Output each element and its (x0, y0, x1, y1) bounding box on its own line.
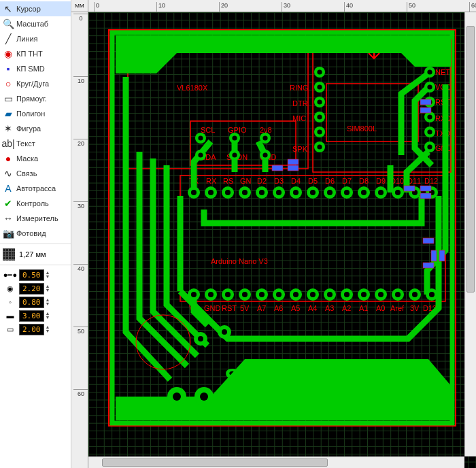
svg-point-62 (208, 190, 214, 195)
svg-rect-157 (288, 159, 299, 165)
svg-text:D9: D9 (376, 177, 386, 185)
svg-point-94 (225, 292, 231, 297)
param-pad-outer[interactable]: ◉2.20▲▼ (0, 282, 71, 295)
svg-point-100 (276, 292, 282, 297)
tool-rect[interactable]: ▭Прямоуг. (0, 91, 71, 106)
tool-measure[interactable]: ↔Измеритель (0, 211, 71, 226)
param-value: 2.20 (19, 283, 44, 295)
svg-text:D8: D8 (359, 177, 369, 185)
stepper-arrows[interactable]: ▲▼ (46, 284, 50, 292)
svg-point-90 (191, 292, 197, 297)
vertical-ruler: 0102030405060 (71, 12, 88, 468)
tool-photo[interactable]: 📷Фотовид (0, 226, 71, 241)
svg-text:GND: GND (204, 304, 221, 312)
horizontal-ruler: 0102030405060 (88, 0, 476, 12)
tool-label: КП THT (16, 50, 43, 58)
zoom-icon: 🔍 (3, 18, 14, 29)
tool-pad-smd[interactable]: ▪КП SMD (0, 61, 71, 76)
polygon-icon: ▰ (3, 108, 14, 119)
vl6180x-label: VL6180X (177, 84, 208, 92)
pcb-view[interactable]: VL6180X SIM800L Arduino Nano V3 SafBOARD… (88, 12, 476, 468)
tool-zoom[interactable]: 🔍Масштаб (0, 16, 71, 31)
tool-mask[interactable]: ●Маска (0, 151, 71, 166)
svg-point-78 (344, 190, 350, 195)
svg-point-60 (191, 190, 197, 195)
svg-point-110 (361, 292, 367, 297)
tool-pad-tht[interactable]: ◉КП THT (0, 46, 71, 61)
tool-check[interactable]: ✔Контроль (0, 196, 71, 211)
svg-rect-163 (423, 238, 434, 244)
svg-text:A2: A2 (342, 304, 351, 312)
tool-autoroute[interactable]: AАвтотрасса (0, 181, 71, 196)
svg-point-140 (317, 129, 322, 134)
measure-icon: ↔ (3, 213, 14, 224)
tool-cursor[interactable]: ↖Курсор (0, 1, 71, 16)
autoroute-icon: A (3, 183, 14, 194)
svg-text:DTR: DTR (292, 99, 308, 107)
svg-text:A7: A7 (257, 304, 266, 312)
tool-circle[interactable]: ○Круг/Дуга (0, 76, 71, 91)
svg-text:D7: D7 (342, 177, 352, 185)
svg-point-96 (242, 292, 248, 297)
svg-text:RING: RING (290, 84, 309, 92)
tool-polygon[interactable]: ▰Полигон (0, 106, 71, 121)
vertical-scrollbar[interactable] (464, 12, 476, 456)
svg-text:D6: D6 (325, 177, 335, 185)
svg-point-142 (317, 144, 322, 149)
pad-smd-icon: ▪ (3, 63, 14, 74)
svg-text:3V: 3V (410, 304, 420, 312)
svg-point-146 (232, 135, 237, 140)
stepper-arrows[interactable]: ▲▼ (46, 271, 50, 279)
tool-label: Курсор (16, 5, 41, 13)
tool-label: Контроль (16, 199, 49, 207)
stepper-arrows[interactable]: ▲▼ (46, 298, 50, 306)
svg-rect-162 (420, 193, 431, 199)
svg-point-76 (327, 190, 333, 195)
param-pad-inner[interactable]: ◦0.80▲▼ (0, 295, 71, 309)
svg-point-170 (200, 392, 208, 401)
cursor-icon: ↖ (3, 3, 14, 14)
param-rect-h[interactable]: ▭2.00▲▼ (0, 322, 71, 336)
svg-point-130 (427, 144, 432, 149)
svg-text:GPIO: GPIO (228, 126, 247, 134)
svg-point-126 (427, 114, 432, 119)
svg-text:D5: D5 (308, 177, 318, 185)
svg-point-122 (427, 84, 432, 89)
stepper-arrows[interactable]: ▲▼ (46, 312, 50, 320)
param-track-width[interactable]: ●━●0.50▲▼ (0, 268, 71, 282)
svg-point-116 (412, 292, 418, 297)
tool-label: Маска (16, 154, 38, 163)
svg-point-84 (395, 190, 401, 195)
stepper-arrows[interactable]: ▲▼ (46, 325, 50, 333)
tool-label: Фигура (16, 124, 41, 133)
shape-icon: ✶ (3, 123, 14, 134)
tool-label: Линия (16, 35, 38, 43)
svg-point-112 (378, 292, 384, 297)
svg-point-148 (262, 135, 267, 140)
svg-text:RX: RX (206, 177, 217, 185)
grid-size-row[interactable]: 1,27 мм (0, 247, 71, 262)
tool-text[interactable]: ab|Текст (0, 136, 71, 151)
tool-label: Измеритель (16, 214, 58, 222)
tool-shape[interactable]: ✶Фигура (0, 121, 71, 136)
svg-text:A1: A1 (359, 304, 368, 312)
tool-sidebar: ↖Курсор🔍Масштаб╱Линия◉КП THT▪КП SMD○Круг… (0, 0, 71, 468)
tool-connection[interactable]: ∿Связь (0, 166, 71, 181)
svg-rect-164 (423, 263, 434, 268)
tool-line[interactable]: ╱Линия (0, 31, 71, 46)
svg-point-70 (276, 190, 282, 195)
tool-label: Масштаб (16, 20, 48, 28)
track-width-icon: ●━● (3, 269, 18, 280)
svg-text:RS: RS (223, 177, 233, 185)
rect-h-icon: ▭ (3, 324, 18, 335)
check-icon: ✔ (3, 198, 14, 209)
horizontal-scrollbar[interactable] (88, 456, 464, 468)
svg-text:D12: D12 (424, 177, 438, 185)
svg-text:A3: A3 (325, 304, 334, 312)
tool-label: Полигон (16, 110, 45, 118)
photo-icon: 📷 (3, 228, 14, 239)
param-rect-w[interactable]: ▬3.00▲▼ (0, 309, 71, 322)
svg-point-106 (327, 292, 333, 297)
svg-point-144 (198, 135, 203, 140)
svg-text:A6: A6 (274, 304, 283, 312)
